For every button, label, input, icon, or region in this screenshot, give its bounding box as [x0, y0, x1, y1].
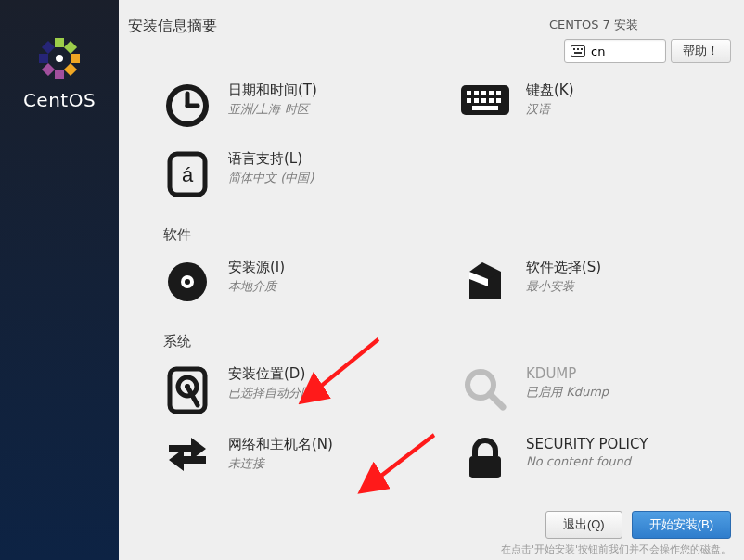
bottom-hint: 在点击'开始安装'按钮前我们并不会操作您的磁盘。 — [132, 542, 731, 560]
svg-rect-12 — [581, 48, 583, 50]
spoke-title: 软件选择(S) — [526, 259, 601, 276]
spoke-subtitle: 已启用 Kdump — [526, 384, 609, 401]
keyboard-large-icon — [459, 82, 511, 119]
bottombar: 退出(Q) 开始安装(B) 在点击'开始安装'按钮前我们并不会操作您的磁盘。 — [119, 506, 744, 560]
svg-rect-40 — [469, 456, 501, 478]
svg-rect-6 — [39, 54, 48, 63]
svg-point-8 — [56, 55, 63, 62]
centos-logo-icon — [34, 33, 84, 83]
svg-rect-9 — [571, 46, 585, 57]
svg-rect-0 — [64, 41, 77, 54]
spoke-title: 日期和时间(T) — [228, 82, 317, 99]
svg-rect-1 — [64, 63, 77, 76]
keyboard-icon — [571, 45, 585, 57]
spoke-subtitle: 已选择自动分区 — [228, 385, 313, 401]
spoke-title: 安装源(I) — [228, 259, 285, 276]
spoke-title: SECURITY POLICY — [526, 436, 648, 452]
package-icon — [459, 259, 511, 305]
page-title: 安装信息摘要 — [128, 17, 217, 36]
section-title-system: 系统 — [163, 333, 729, 350]
harddrive-icon — [161, 365, 213, 415]
clock-icon — [161, 82, 213, 130]
product-name: CENTOS 7 安装 — [549, 17, 638, 33]
svg-rect-13 — [574, 52, 582, 54]
spoke-title: 网络和主机名(N) — [228, 436, 333, 453]
spoke-subtitle: 本地介质 — [228, 278, 285, 295]
svg-rect-21 — [489, 91, 494, 95]
spoke-installation-destination[interactable]: 安装位置(D) 已选择自动分区 — [134, 360, 431, 430]
spoke-title: KDUMP — [526, 365, 609, 382]
sidebar: CentOS — [0, 0, 119, 560]
svg-rect-26 — [489, 98, 494, 103]
spoke-subtitle: 汉语 — [526, 101, 574, 118]
magnifier-icon — [459, 365, 511, 414]
svg-rect-20 — [481, 91, 486, 95]
svg-rect-23 — [467, 98, 471, 103]
spoke-installation-source[interactable]: 安装源(I) 本地介质 — [134, 253, 431, 320]
sidebar-brand: CentOS — [23, 89, 96, 111]
summary-body: 日期和时间(T) 亚洲/上海 时区 键盘(K) 汉语 á — [119, 70, 744, 560]
svg-rect-19 — [474, 91, 479, 95]
spoke-title: 安装位置(D) — [228, 365, 313, 383]
keyboard-layout-code: cn — [591, 45, 605, 58]
disc-icon — [161, 259, 213, 305]
spoke-kdump[interactable]: KDUMP 已启用 Kdump — [431, 360, 729, 430]
help-button[interactable]: 帮助！ — [671, 39, 731, 63]
spoke-subtitle: 亚洲/上海 时区 — [228, 101, 317, 118]
spoke-subtitle: 简体中文 (中国) — [228, 170, 314, 186]
spoke-title: 键盘(K) — [526, 82, 574, 99]
spoke-security-policy[interactable]: SECURITY POLICY No content found — [431, 430, 729, 497]
main-panel: 安装信息摘要 CENTOS 7 安装 cn 帮助！ 日期和时间(T) 亚洲/上海… — [119, 0, 744, 560]
svg-rect-28 — [472, 106, 498, 110]
spoke-software-selection[interactable]: 软件选择(S) 最小安装 — [431, 253, 729, 320]
svg-rect-18 — [467, 91, 471, 95]
svg-line-39 — [490, 394, 503, 407]
begin-install-button[interactable]: 开始安装(B) — [632, 511, 731, 539]
spoke-language-support[interactable]: á 语言支持(L) 简体中文 (中国) — [134, 145, 431, 213]
spoke-keyboard[interactable]: 键盘(K) 汉语 — [431, 76, 729, 145]
svg-rect-10 — [573, 48, 575, 50]
svg-text:á: á — [182, 163, 194, 186]
svg-rect-4 — [71, 54, 80, 63]
lock-icon — [459, 436, 511, 482]
svg-rect-24 — [474, 98, 479, 103]
quit-button[interactable]: 退出(Q) — [545, 511, 622, 539]
svg-rect-7 — [55, 38, 64, 47]
spoke-datetime[interactable]: 日期和时间(T) 亚洲/上海 时区 — [134, 76, 431, 145]
svg-rect-5 — [55, 70, 64, 79]
keyboard-layout-indicator[interactable]: cn — [564, 39, 666, 63]
svg-rect-11 — [577, 48, 579, 50]
svg-rect-2 — [42, 63, 55, 76]
spoke-subtitle: 未连接 — [228, 455, 333, 472]
spoke-subtitle: No content found — [526, 454, 648, 468]
spoke-network-hostname[interactable]: 网络和主机名(N) 未连接 — [134, 430, 431, 497]
language-icon: á — [161, 150, 213, 198]
network-arrows-icon — [161, 436, 213, 477]
spoke-subtitle: 最小安装 — [526, 278, 601, 295]
svg-rect-22 — [496, 91, 501, 95]
section-title-software: 软件 — [163, 226, 729, 244]
svg-rect-25 — [481, 98, 486, 103]
svg-point-33 — [185, 279, 190, 285]
topbar: 安装信息摘要 CENTOS 7 安装 cn 帮助！ — [119, 0, 744, 70]
spoke-title: 语言支持(L) — [228, 150, 314, 168]
svg-rect-27 — [496, 98, 501, 103]
svg-rect-3 — [42, 41, 55, 54]
